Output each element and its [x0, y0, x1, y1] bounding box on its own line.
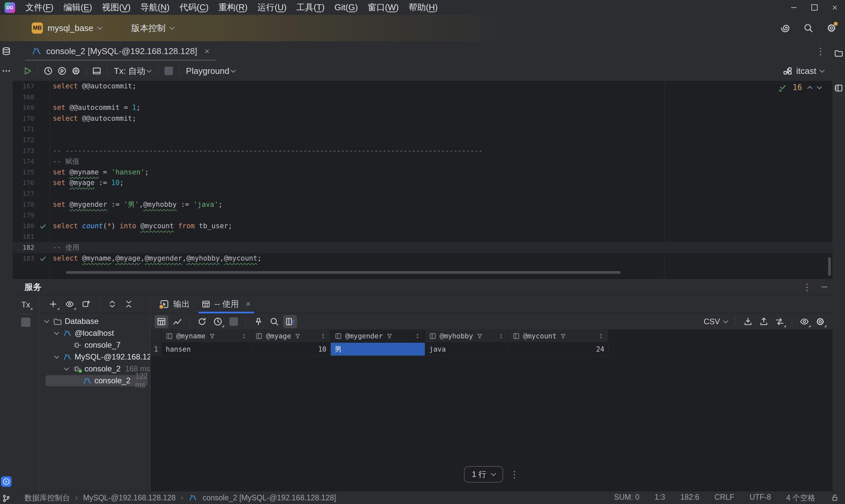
more-toolwindows-button[interactable] [2, 66, 11, 75]
collapse-all-button[interactable] [122, 298, 136, 311]
menu-T[interactable]: 工具(T) [292, 0, 330, 15]
menu-H[interactable]: 帮助(H) [404, 0, 443, 15]
page-size-button[interactable]: 1 行 [464, 466, 503, 483]
auto-refresh-button[interactable] [211, 315, 225, 328]
code-line-182[interactable]: 182-- 使用 [13, 242, 832, 253]
tree-item-console_2[interactable]: console_2122 ms [39, 375, 150, 386]
add-connection-button[interactable] [46, 298, 60, 311]
code-line-168[interactable]: 168 [13, 92, 832, 103]
tree-chevron-down-icon[interactable] [52, 355, 61, 359]
status-sum[interactable]: SUM: 0 [614, 493, 639, 503]
view-settings-button[interactable] [797, 315, 811, 328]
cell-mycount[interactable]: 24 [509, 343, 609, 356]
cell-myname[interactable]: hansen [162, 343, 251, 356]
structure-toolwindow-button[interactable] [834, 84, 843, 93]
project-widget[interactable]: MB mysql_base [32, 22, 102, 34]
grid-view-button[interactable] [155, 315, 168, 328]
minimize-button[interactable] [784, 0, 804, 15]
code-line-183[interactable]: 183select @myname,@myage,@mygender,@myho… [13, 253, 832, 264]
tree-item-console_2[interactable]: console_2168 ms [39, 363, 150, 375]
filter-button[interactable] [283, 315, 297, 328]
column-header-myhobby[interactable]: @myhobby [425, 329, 509, 343]
status-selection[interactable]: 1:3 [654, 493, 665, 503]
status-line-ending[interactable]: CRLF [715, 493, 735, 503]
close-tab-icon[interactable]: × [246, 299, 251, 309]
history-button[interactable] [41, 64, 55, 77]
git-toolwindow-button[interactable] [2, 494, 11, 503]
lock-open-icon[interactable] [830, 493, 839, 502]
code-line-178[interactable]: 178set @mygender := '男',@myhobby := 'jav… [13, 199, 832, 210]
tree-item-MySQL-@192.168.128.128[interactable]: MySQL-@192.168.128.128 [39, 351, 150, 363]
close-tab-icon[interactable]: × [204, 46, 209, 56]
status-encoding[interactable]: UTF-8 [750, 493, 771, 503]
chart-view-button[interactable] [170, 315, 184, 328]
sort-icon[interactable] [241, 333, 247, 339]
sql-editor[interactable]: 167select @@autocommit;168169set @@autoc… [13, 81, 832, 279]
sort-icon[interactable] [498, 333, 504, 339]
menu-U[interactable]: 运行(U) [252, 0, 292, 15]
code-line-181[interactable]: 181 [13, 231, 832, 242]
breadcrumb-item[interactable]: console_2 [MySQL-@192.168.128.128] [203, 493, 336, 502]
stop-query-button[interactable] [227, 315, 241, 328]
reload-button[interactable] [195, 315, 209, 328]
editor-tab-console-2[interactable]: console_2 [MySQL-@192.168.128.128] × [25, 41, 216, 61]
breadcrumb-item[interactable]: MySQL-@192.168.128.128 [83, 493, 176, 502]
breadcrumb-item[interactable]: 数据库控制台 [24, 493, 70, 503]
cell-myhobby[interactable]: java [425, 343, 509, 356]
ai-assistant-icon[interactable] [780, 23, 790, 33]
close-window-button[interactable] [825, 0, 845, 15]
files-toolwindow-button[interactable] [834, 49, 843, 58]
code-line-171[interactable]: 171 [13, 124, 832, 134]
tab-options-icon[interactable]: ⋮ [816, 46, 825, 57]
sort-icon[interactable] [320, 333, 327, 339]
search-everywhere-icon[interactable] [804, 23, 813, 33]
filter-funnel-icon[interactable] [476, 333, 483, 339]
tree-chevron-down-icon[interactable] [61, 367, 71, 371]
new-console-button[interactable] [79, 298, 93, 311]
code-line-170[interactable]: 170select @@autocommit; [13, 113, 832, 124]
menu-W[interactable]: 窗口(W) [363, 0, 404, 15]
menu-G[interactable]: Git(G) [330, 0, 363, 15]
menu-E[interactable]: 编辑(E) [58, 0, 97, 15]
expand-all-button[interactable] [105, 298, 119, 311]
cell-myage[interactable]: 10 [251, 343, 331, 356]
code-line-175[interactable]: 175set @myname = 'hansen'; [13, 167, 832, 178]
view-options-button[interactable] [63, 298, 76, 311]
filter-funnel-icon[interactable] [386, 333, 393, 339]
horizontal-scrollbar[interactable] [66, 271, 620, 274]
playground-label[interactable]: Playground [186, 66, 229, 76]
menu-V[interactable]: 视图(V) [97, 0, 136, 15]
column-header-mygender[interactable]: @mygender [331, 329, 425, 343]
code-line-179[interactable]: 179 [13, 210, 832, 221]
chevron-down-icon[interactable] [817, 84, 822, 89]
code-line-176[interactable]: 176set @myage := 10; [13, 178, 832, 188]
pin-tab-button[interactable] [251, 315, 265, 328]
import-button[interactable] [741, 315, 755, 328]
filter-funnel-icon[interactable] [209, 333, 215, 339]
stop-icon[interactable] [21, 318, 30, 327]
grid-settings-button[interactable] [813, 315, 827, 328]
in-editor-results-button[interactable] [90, 64, 104, 77]
panel-options-icon[interactable]: ⋮ [803, 282, 812, 292]
tree-chevron-down-icon[interactable] [41, 320, 52, 323]
console-settings-button[interactable] [69, 64, 83, 77]
find-button[interactable] [267, 315, 281, 328]
app-logo[interactable]: DG [5, 2, 15, 13]
vcs-widget[interactable]: 版本控制 [131, 22, 174, 34]
run-button[interactable] [20, 64, 34, 77]
tree-item-@localhost[interactable]: @localhost [39, 327, 150, 339]
row-number[interactable]: 1 [151, 343, 162, 356]
filter-funnel-icon[interactable] [560, 333, 566, 339]
filter-funnel-icon[interactable] [295, 333, 301, 339]
code-line-177[interactable]: 177 [13, 188, 832, 199]
vertical-scrollbar[interactable] [828, 257, 831, 276]
schema-switcher[interactable]: itcast [783, 66, 828, 76]
code-line-172[interactable]: 172 [13, 134, 832, 145]
menu-R[interactable]: 重构(R) [214, 0, 252, 15]
settings-button[interactable] [827, 23, 837, 33]
tab-output[interactable]: 输出 [154, 295, 196, 313]
status-caret-position[interactable]: 182:6 [680, 493, 700, 503]
column-header-myage[interactable]: @myage [251, 329, 331, 343]
cell-mygender[interactable]: 男 [331, 343, 425, 356]
menu-N[interactable]: 导航(N) [136, 0, 175, 15]
